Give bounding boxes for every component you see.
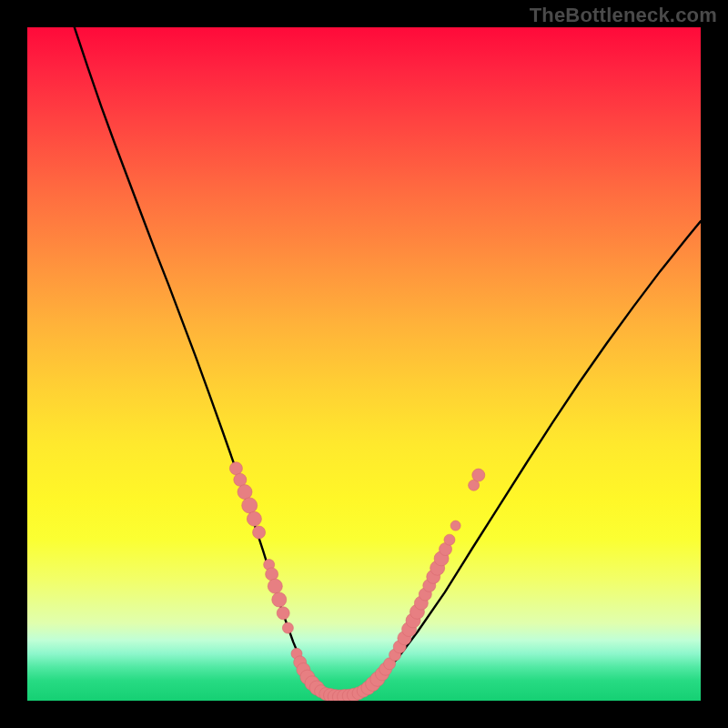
curve-marker: [268, 579, 282, 593]
curve-marker: [229, 462, 242, 475]
curve-marker: [444, 534, 455, 545]
curve-marker: [282, 622, 293, 633]
curve-marker: [450, 521, 460, 531]
curve-marker: [272, 592, 287, 607]
chart-svg: [27, 27, 701, 701]
curve-marker: [253, 526, 266, 539]
watermark-text: TheBottleneck.com: [530, 4, 717, 27]
curve-marker: [472, 469, 485, 481]
chart-frame: TheBottleneck.com: [0, 0, 728, 728]
curve-markers: [229, 462, 484, 701]
curve-marker: [266, 568, 278, 581]
curve-marker: [247, 511, 261, 526]
curve-marker: [234, 473, 247, 486]
plot-area: [27, 27, 701, 701]
curve-marker: [277, 607, 289, 620]
curve-marker: [238, 485, 252, 500]
bottleneck-curve: [75, 27, 701, 697]
curve-marker: [242, 498, 258, 513]
